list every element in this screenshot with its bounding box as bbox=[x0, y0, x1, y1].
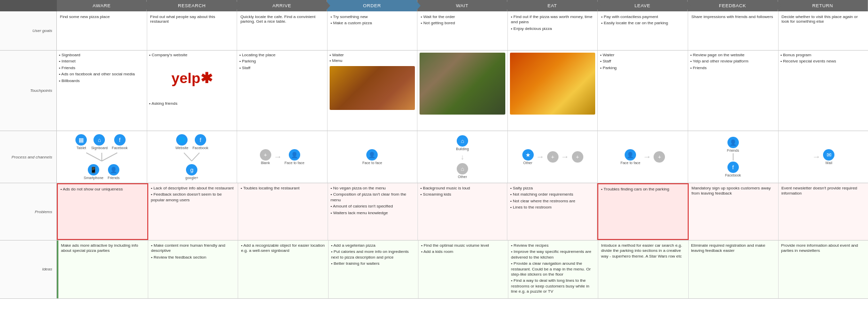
user-goals-cell-6: • Pay with contactless payment• Easily l… bbox=[598, 11, 688, 50]
arrow-connector: → bbox=[812, 152, 820, 162]
idea-cell-6: Intoduce a method for easier car search … bbox=[598, 241, 688, 298]
channel-label-star: Other bbox=[523, 161, 533, 165]
channel-label-friends: Friends bbox=[727, 149, 739, 152]
process-label: Process and channels bbox=[0, 131, 57, 183]
phase-header-research: RESEARCH bbox=[147, 0, 237, 11]
idea-cell-1: • Make content more human friendly and d… bbox=[148, 241, 238, 298]
channel-icon-face-to-face: 👤Face to face bbox=[285, 149, 305, 165]
user-goals-cell-3: • Try something new• Make a custom pizza bbox=[328, 11, 418, 50]
touchpoints-cell-2: • Locating the place• Parking• Staff bbox=[237, 51, 328, 131]
channel-icon-signboard: ⌂Signboard bbox=[91, 134, 107, 150]
problem-cell-7: Mandatory sign up spooks customers away … bbox=[689, 183, 779, 240]
user-goals-cell-2: Quickly locate the cafe. Find a convinie… bbox=[237, 11, 328, 50]
channel-icon-blank: + bbox=[547, 151, 559, 163]
yelp-logo: yelp✱ bbox=[172, 70, 212, 87]
channel-label-friends: Friends bbox=[107, 176, 119, 180]
user-goals-cell-4: • Wait for the order• Not getting bored bbox=[417, 11, 508, 50]
idea-cell-3: • Add a vegeterian pizza• Put calories a… bbox=[329, 241, 419, 298]
channel-label-signboard: Other bbox=[458, 175, 467, 179]
user-goals-row: User goals Find some new pizza placeFind… bbox=[0, 11, 868, 51]
process-cell-order: 👤Face to face bbox=[328, 131, 418, 183]
header-label-space bbox=[0, 0, 57, 11]
blank-icon: + bbox=[547, 151, 559, 163]
process-cell-return: →✉Mail bbox=[779, 131, 869, 183]
channel-icon-facebook: fFacebook bbox=[725, 162, 741, 177]
facebook-icon: f bbox=[114, 134, 126, 146]
idea-cell-5: • Review the recipes• Improve the way sp… bbox=[508, 241, 598, 298]
blank-icon: + bbox=[654, 151, 665, 163]
phase-header-wait: WAIT bbox=[417, 0, 507, 11]
touchpoints-cell-8: • Bonus program• Receive special events … bbox=[779, 51, 869, 131]
ideas-label: Ideas bbox=[0, 241, 57, 298]
arrow-connector: → bbox=[536, 152, 545, 162]
phase-headers-list: AWARERESEARCHARRIVEORDERWAITEATLEAVEFEED… bbox=[57, 0, 868, 11]
channel-label-facebook: Facebook bbox=[193, 146, 209, 150]
food-table-image bbox=[510, 53, 596, 115]
touchpoints-cell-1: • Company's websiteyelp✱• Asking friends bbox=[147, 51, 238, 131]
channel-label-face-to-face: Face to face bbox=[362, 161, 382, 165]
channel-icon-signboard: ⌂Other bbox=[457, 163, 468, 179]
channel-icon-building: ⌂Building bbox=[456, 135, 469, 151]
channel-label-face-to-face: Face to face bbox=[285, 161, 305, 165]
facebook-icon: f bbox=[195, 134, 206, 146]
channel-label-signboard: Signboard bbox=[91, 146, 107, 150]
channel-icon-facebook: fFacebook bbox=[112, 134, 128, 150]
phase-headers: AWARERESEARCHARRIVEORDERWAITEATLEAVEFEED… bbox=[0, 0, 868, 11]
channel-label-facebook: Facebook bbox=[725, 173, 741, 177]
website-icon: 🌐 bbox=[176, 134, 188, 146]
problems-content: • Ads do not show our uniqueness• Lack o… bbox=[57, 183, 868, 240]
channel-label-tablet: Tablet bbox=[76, 146, 86, 150]
channel-label-google: google+ bbox=[185, 176, 198, 180]
user-goals-cell-8: Decide whether to visit this place again… bbox=[779, 11, 869, 50]
process-flow-arrows bbox=[81, 152, 122, 162]
idea-cell-7: Eliminate required registration and make… bbox=[689, 241, 779, 298]
face-to-face-icon: 👤 bbox=[289, 149, 300, 161]
channel-icon-face-to-face: 👤Face to face bbox=[362, 149, 382, 165]
touchpoints-cell-5 bbox=[508, 51, 598, 131]
blank-icon: + bbox=[260, 149, 271, 161]
feedback-flow-arrow bbox=[723, 152, 743, 162]
channel-label-smartphone: Smartphone bbox=[84, 176, 103, 180]
idea-cell-8: Provide more information about event and… bbox=[779, 241, 868, 298]
process-cell-feedback: 👤FriendsfFacebook bbox=[688, 131, 779, 183]
touchpoints-cell-6: • Waiter• Staff• Parking bbox=[598, 51, 688, 131]
channel-icon-face-to-face: 👤Face to face bbox=[621, 149, 641, 165]
problem-cell-4: • Background music is loud• Screaming ki… bbox=[418, 183, 508, 240]
blank-icon: + bbox=[572, 151, 583, 163]
user-goals-cell-7: Share impressions with friends and follo… bbox=[688, 11, 779, 50]
tablet-icon: ▦ bbox=[75, 134, 87, 146]
touchpoints-content: • Signboard• Internet• Friends• Ads on f… bbox=[57, 51, 868, 131]
building-icon: ⌂ bbox=[457, 135, 468, 147]
idea-cell-0: Make ads more attractive by including in… bbox=[57, 241, 148, 298]
process-cell-aware: ▦Tablet⌂SignboardfFacebook📱Smartphone👤Fr… bbox=[57, 131, 147, 183]
user-goals-label: User goals bbox=[0, 11, 57, 50]
user-goals-content: Find some new pizza placeFind out what p… bbox=[57, 11, 868, 50]
phase-header-leave: LEAVE bbox=[598, 0, 688, 11]
touchpoints-cell-0: • Signboard• Internet• Friends• Ads on f… bbox=[57, 51, 147, 131]
channel-icon-blank: + bbox=[654, 151, 665, 163]
restaurant-interior-image bbox=[420, 53, 505, 115]
down-arrow: ↓ bbox=[461, 153, 464, 161]
face-to-face-icon: 👤 bbox=[625, 149, 636, 161]
process-cell-eat: ★Other→+→+ bbox=[508, 131, 598, 183]
channel-icon-website: 🌐Website bbox=[175, 134, 188, 150]
pizza-menu-image bbox=[330, 66, 415, 110]
channel-icon-tablet: ▦Tablet bbox=[75, 134, 87, 150]
process-content: ▦Tablet⌂SignboardfFacebook📱Smartphone👤Fr… bbox=[57, 131, 868, 183]
channel-icon-blank: + bbox=[572, 151, 583, 163]
channel-label-blank: Blank bbox=[261, 161, 270, 165]
process-cell-arrive: +Blank→👤Face to face bbox=[237, 131, 328, 183]
channel-label-facebook: Facebook bbox=[112, 146, 128, 150]
problem-cell-8: Event newsletter doesn't provide require… bbox=[779, 183, 868, 240]
user-goals-cell-5: • Find out if the pizza was worth money,… bbox=[508, 11, 598, 50]
process-cell-leave: 👤Face to face→+ bbox=[598, 131, 688, 183]
facebook-icon: f bbox=[727, 162, 739, 173]
process-row: Process and channels ▦Tablet⌂SignboardfF… bbox=[0, 131, 868, 183]
touchpoints-cell-3: • Waiter• Menu bbox=[328, 51, 418, 131]
idea-cell-2: • Add a recognizable object for easier l… bbox=[238, 241, 328, 298]
problems-row: Problems • Ads do not show our uniquenes… bbox=[0, 183, 868, 241]
touchpoints-cell-4 bbox=[417, 51, 508, 131]
channel-icon-facebook: fFacebook bbox=[193, 134, 209, 150]
arrow-connector: → bbox=[561, 152, 569, 162]
friends-icon: 👤 bbox=[108, 164, 119, 175]
